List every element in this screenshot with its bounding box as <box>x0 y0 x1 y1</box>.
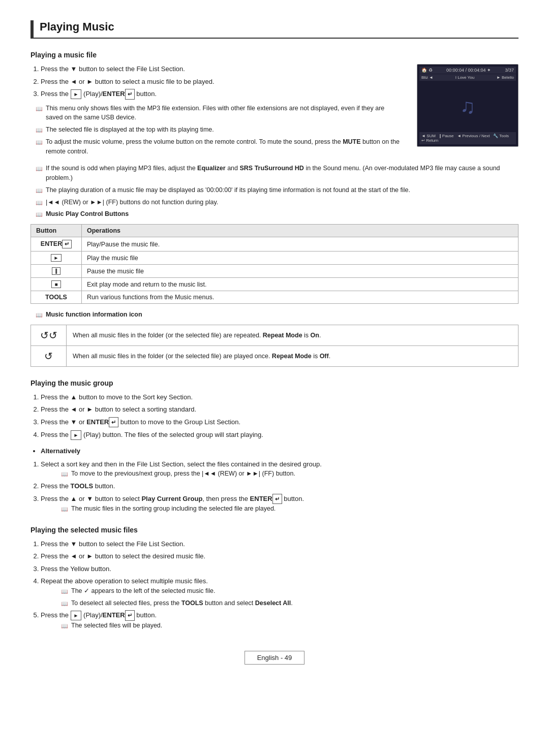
alternatively-list: Alternatively <box>30 446 518 456</box>
music-file-steps: Press the ▼ button to select the File Li… <box>30 64 402 100</box>
icon-repeat-once: ↺ <box>31 345 67 366</box>
group-step-2: Press the ◄ or ► button to select a sort… <box>41 404 518 415</box>
icon-repeat-all: ↺↺ <box>31 325 67 345</box>
note-text-2: The selected file is displayed at the to… <box>46 125 214 135</box>
note-icon-sel4a: 📖 <box>61 587 68 596</box>
icon-section-label: Music function information icon <box>46 310 142 320</box>
note-icon-func: 📖 <box>36 311 43 320</box>
sel-step-1: Press the ▼ button to select the File Li… <box>41 539 518 549</box>
btn-tools: TOOLS <box>31 291 82 304</box>
step-3: Press the ► (Play)/ENTER↵ button. <box>41 89 402 100</box>
group-step-3: Press the ▼ or ENTER↵ button to move to … <box>41 417 518 428</box>
alternatively-label: Alternatively <box>41 446 518 456</box>
footer-label: English - 49 <box>245 651 305 665</box>
op-tools: Run various functions from the Music men… <box>82 291 518 304</box>
table-row: ‖ Pause the music file <box>31 265 518 278</box>
play-btn-icon: ► <box>51 254 62 262</box>
enter-btn: ↵ <box>125 89 135 100</box>
note-2: 📖 The selected file is displayed at the … <box>30 125 402 135</box>
music-file-instructions: Press the ▼ button to select the File Li… <box>30 64 402 159</box>
note-1: 📖 This menu only shows files with the MP… <box>30 104 402 123</box>
player-track-bar: Bliz ◄ I Love You ► Belello <box>419 74 516 81</box>
player-track-num: 3/37 <box>505 68 514 73</box>
note-icon-sel4b: 📖 <box>61 600 68 608</box>
sel-step-2: Press the ◄ or ► button to select the de… <box>41 551 518 561</box>
sel-note-4b: 📖 To deselect all selected files, press … <box>56 598 518 608</box>
player-time: 00:00:04 / 00:04:04 ✦ <box>446 68 491 73</box>
btn-play: ► <box>31 251 82 265</box>
stop-btn-icon: ■ <box>51 280 60 288</box>
prev-track: Bliz ◄ <box>421 75 433 80</box>
op-play: Play the music file <box>82 251 518 265</box>
player-bottom-bar: ◄ SUM ‖ Pause ◄ Previous / Next 🔧 Tools … <box>419 132 516 144</box>
section-title-music-group: Playing the music group <box>30 379 518 387</box>
section-title-music-file: Playing a music file <box>30 51 518 59</box>
op-pause: Pause the music file <box>82 265 518 278</box>
note-icon-table: 📖 <box>36 210 43 219</box>
enter-btn-alt3: ↵ <box>272 494 282 505</box>
player-controls: ◄ SUM ‖ Pause ◄ Previous / Next 🔧 Tools … <box>421 134 514 143</box>
btn-pause: ‖ <box>31 265 82 278</box>
table-row: ENTER↵ Play/Pause the music file. <box>31 237 518 251</box>
op-stop: Exit play mode and return to the music l… <box>82 278 518 291</box>
note-6: 📖 |◄◄ (REW) or ►►| (FF) buttons do not f… <box>30 198 518 207</box>
note-text-6: |◄◄ (REW) or ►►| (FF) buttons do not fun… <box>46 198 218 207</box>
table-row: ↺ When all music files in the folder (or… <box>31 345 518 366</box>
page-footer: English - 49 <box>30 651 518 665</box>
alt-note-2: 📖 The music files in the sorting group i… <box>56 504 518 514</box>
section-playing-music-group: Playing the music group Press the ▲ butt… <box>30 379 518 514</box>
op-enter: Play/Pause the music file. <box>82 237 518 251</box>
note-text-1: This menu only shows files with the MP3 … <box>46 104 402 123</box>
sel-note-5: 📖 The selected files will be played. <box>56 621 518 631</box>
section-title-selected-files: Playing the selected music files <box>30 526 518 534</box>
group-step-1: Press the ▲ button to move to the Sort k… <box>41 392 518 402</box>
table-section-label: Music Play Control Buttons <box>46 209 129 219</box>
note-text-sel4b: To deselect all selected files, press th… <box>71 598 293 608</box>
music-group-steps: Press the ▲ button to move to the Sort k… <box>30 392 518 440</box>
note-icon-6: 📖 <box>36 199 43 207</box>
note-icon-alt2: 📖 <box>61 505 68 514</box>
alt-note-1: 📖 To move to the previous/next group, pr… <box>56 469 518 479</box>
function-icon-table: ↺↺ When all music files in the folder (o… <box>30 325 518 367</box>
btn-enter: ENTER↵ <box>31 237 82 251</box>
group-step-4: Press the ► (Play) button. The files of … <box>41 430 518 440</box>
note-text-3: To adjust the music volume, press the vo… <box>46 137 402 156</box>
note-text-sel4a: The ✓ appears to the left of the selecte… <box>71 586 215 596</box>
note-5: 📖 The playing duration of a music file m… <box>30 185 518 195</box>
section-playing-music-file: Playing a music file Press the ▼ button … <box>30 51 518 367</box>
note-icon-alt1: 📖 <box>61 470 68 479</box>
note-icon-4: 📖 <box>36 165 43 173</box>
table-row: ■ Exit play mode and return to the music… <box>31 278 518 291</box>
sel-note-4a: 📖 The ✓ appears to the left of the selec… <box>56 586 518 596</box>
col-button: Button <box>31 225 82 237</box>
music-play-control-label: 📖 Music Play Control Buttons <box>30 209 518 219</box>
alt-step-3: Press the ▲ or ▼ button to select Play C… <box>41 494 518 514</box>
next-track: ► Belello <box>497 75 514 80</box>
note-icon-3: 📖 <box>36 138 43 147</box>
enter-btn-sel5: ↵ <box>125 610 135 621</box>
player-icon: 🏠 ♻ <box>421 68 433 73</box>
step-2: Press the ◄ or ► button to select a musi… <box>41 77 402 87</box>
alt-steps: Select a sort key and then in the File L… <box>30 459 518 514</box>
icon-repeat-all-desc: When all music files in the folder (or t… <box>67 325 518 345</box>
alt-step-1: Select a sort key and then in the File L… <box>41 459 518 479</box>
note-text-alt2: The music files in the sorting group inc… <box>71 504 276 514</box>
play-icon-btn: ► <box>71 89 82 99</box>
table-row: ↺↺ When all music files in the folder (o… <box>31 325 518 345</box>
sel-step-3: Press the Yellow button. <box>41 564 518 574</box>
section-playing-selected-files: Playing the selected music files Press t… <box>30 526 518 631</box>
note-icon-2: 📖 <box>36 126 43 135</box>
note-icon-sel5: 📖 <box>61 622 68 631</box>
sel-step-5: Press the ► (Play)/ENTER↵ button. 📖 The … <box>41 610 518 630</box>
icon-repeat-once-desc: When all music files in the folder (or t… <box>67 345 518 366</box>
current-track: I Love You <box>455 75 474 80</box>
enter-btn-g3: ↵ <box>109 417 118 428</box>
note-3: 📖 To adjust the music volume, press the … <box>30 137 402 156</box>
music-player-preview: 🏠 ♻ 00:00:04 / 00:04:04 ✦ 3/37 Bliz ◄ I … <box>417 64 518 147</box>
note-4: 📖 If the sound is odd when playing MP3 f… <box>30 164 518 183</box>
alt-step-2: Press the TOOLS button. <box>41 481 518 491</box>
control-buttons-table: Button Operations ENTER↵ Play/Pause the … <box>30 224 518 304</box>
music-function-icon-label: 📖 Music function information icon <box>30 310 518 320</box>
player-top-bar: 🏠 ♻ 00:00:04 / 00:04:04 ✦ 3/37 <box>419 67 516 74</box>
sel-step-4: Repeat the above operation to select mul… <box>41 576 518 608</box>
